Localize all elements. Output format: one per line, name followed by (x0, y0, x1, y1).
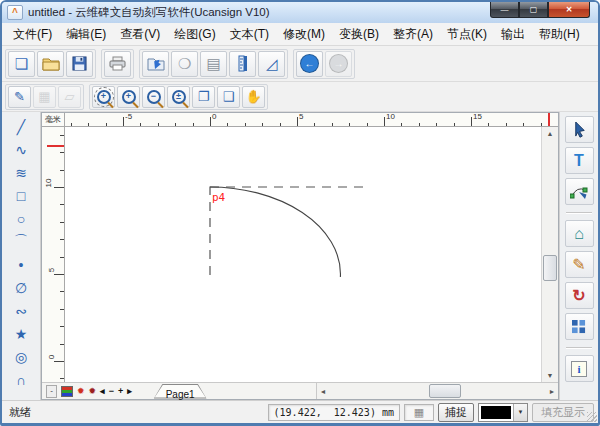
zoom-in-icon: + (122, 90, 136, 104)
v-ruler-label: 0 (48, 355, 56, 359)
nav-plus-button[interactable]: + (118, 387, 123, 396)
document-area: 毫米 -505101520 0510 p1p2p3p4 ▲ ▼ - ✹✹◂−+▸… (41, 112, 559, 400)
spline-tool-button[interactable]: ∾ (8, 300, 34, 322)
import-button[interactable] (142, 51, 169, 77)
nav-right-button[interactable]: ▸ (127, 387, 132, 396)
menu-item-node[interactable]: 节点(K) (440, 23, 494, 46)
zoom-in-button[interactable]: + (117, 86, 140, 108)
title-bar[interactable]: ^ untitled - 云维碑文自动刻写软件(Ucansign V10) — … (2, 2, 598, 23)
h-ruler-tick (367, 123, 368, 126)
scroll-down-icon[interactable]: ▼ (542, 369, 558, 382)
scroll-right-icon[interactable]: ► (546, 383, 558, 399)
zoom-out-button[interactable]: − (142, 86, 165, 108)
layers-icon[interactable] (61, 386, 73, 397)
ellipse-tool-button[interactable]: ○ (8, 208, 34, 230)
page-tab[interactable]: Page1 (144, 384, 217, 399)
zoom-dynamic-button[interactable]: ± (167, 86, 190, 108)
solid-shape-button[interactable]: ⌂ (565, 220, 594, 247)
rectangle-tool-button[interactable]: □ (8, 185, 34, 207)
node-edit-button[interactable] (565, 178, 594, 205)
zoom-all-button[interactable]: ❑ (217, 86, 240, 108)
resize-grip[interactable] (587, 412, 597, 422)
toolbar-zoom: ✎▦▱++−±❐❑✋ (2, 82, 598, 112)
main-area: ╱∿≋□○⌒•∅∾★◎∩ 毫米 -505101520 0510 p1p2p3p4… (2, 112, 598, 400)
menu-item-transform[interactable]: 变换(B) (332, 23, 386, 46)
v-ruler-tick (54, 361, 64, 362)
vertical-scroll-thumb[interactable] (543, 255, 557, 281)
menu-item-view[interactable]: 查看(V) (113, 23, 167, 46)
window-title: untitled - 云维碑文自动刻写软件(Ucansign V10) (28, 5, 270, 20)
splitter-button[interactable]: - (46, 385, 57, 398)
menu-item-align[interactable]: 整齐(A) (386, 23, 440, 46)
info-button[interactable]: i (565, 355, 594, 382)
canvas[interactable]: p1p2p3p4 (65, 127, 541, 382)
rotate-copy-button[interactable]: ↻ (565, 282, 594, 309)
name-plate-button[interactable]: ▤ (200, 51, 227, 77)
select-button[interactable] (565, 116, 594, 143)
undo-back-button[interactable]: ← (296, 51, 323, 77)
drawing-surface: p1p2p3p4 (65, 127, 365, 277)
scroll-up-icon[interactable]: ▲ (542, 127, 558, 140)
toolbar-divider (566, 347, 592, 348)
scroll-left-icon[interactable]: ◄ (317, 383, 329, 399)
new-file-icon: ❏ (15, 56, 28, 71)
menu-item-draw[interactable]: 绘图(G) (167, 23, 222, 46)
name-plate-icon: ▤ (206, 56, 220, 71)
menu-item-edit[interactable]: 编辑(E) (59, 23, 113, 46)
page-tab-strip: - ✹✹◂−+▸Page1 (42, 383, 317, 399)
menu-item-help[interactable]: 帮助(H) (532, 23, 587, 46)
nav-left-button[interactable]: ◂ (100, 387, 105, 396)
maximize-button[interactable]: ▢ (519, 2, 548, 18)
print-icon (109, 56, 126, 71)
curve-tool-button[interactable]: ∿ (8, 139, 34, 161)
toolbar-main: ❏❍▤◿←→ (2, 46, 598, 82)
zoom-window-button[interactable]: + (92, 86, 115, 108)
minimize-button[interactable]: — (490, 2, 519, 18)
sign-check-pen-button[interactable]: ✎ (8, 86, 31, 108)
pan-hand-icon: ✋ (245, 90, 261, 103)
print-button[interactable] (104, 51, 131, 77)
sign-check-pen-icon: ✎ (14, 90, 25, 103)
nav-minus-button[interactable]: − (109, 387, 114, 396)
menu-item-text[interactable]: 文本(T) (223, 23, 276, 46)
multi-curve-tool-icon: ≋ (15, 165, 27, 181)
zoom-page-button[interactable]: ❐ (192, 86, 215, 108)
arc-tool-button[interactable]: ⌒ (8, 231, 34, 253)
pan-hand-button[interactable]: ✋ (242, 86, 265, 108)
menu-item-modify[interactable]: 修改(M) (276, 23, 332, 46)
menu-item-file[interactable]: 文件(F) (6, 23, 59, 46)
preview-balloon-button[interactable]: ❍ (171, 51, 198, 77)
text-insert-button[interactable]: T (565, 147, 594, 174)
line-tool-button[interactable]: ╱ (8, 116, 34, 138)
measure-ruler-button[interactable] (229, 51, 256, 77)
menu-item-output[interactable]: 输出 (494, 23, 532, 46)
v-ruler-label: 10 (46, 179, 54, 188)
grid-toggle[interactable]: ▦ (404, 404, 434, 421)
vertical-scrollbar[interactable]: ▲ ▼ (541, 127, 558, 382)
color-dropdown-button[interactable]: ▼ (513, 404, 527, 421)
close-button[interactable]: ✕ (548, 2, 590, 18)
color-edit-pen-button[interactable]: ✎ (565, 251, 594, 278)
star-tool-button[interactable]: ★ (8, 323, 34, 345)
text-grid-icon: ▦ (38, 90, 50, 103)
spiral-tool-button[interactable]: ◎ (8, 346, 34, 368)
save-file-button[interactable] (66, 51, 93, 77)
info-icon: i (571, 361, 587, 377)
tile-squares-button[interactable] (565, 313, 594, 340)
point-tool-button[interactable]: • (8, 254, 34, 276)
multi-curve-tool-button[interactable]: ≋ (8, 162, 34, 184)
star-red-icon[interactable]: ✹ (77, 387, 85, 396)
redo-forward-icon: → (329, 54, 348, 73)
oblique-ellipse-tool-button[interactable]: ∅ (8, 277, 34, 299)
v-ruler-tick (60, 257, 64, 258)
snap-button[interactable]: 捕捉 (438, 403, 474, 422)
horizontal-scrollbar[interactable]: ◄ ► (317, 383, 558, 399)
star-dark-icon[interactable]: ✹ (89, 387, 97, 396)
node-curve-tool-button[interactable]: ∩ (8, 369, 34, 391)
open-file-button[interactable] (37, 51, 64, 77)
horizontal-scroll-thumb[interactable] (429, 384, 461, 398)
status-ready-text: 就绪 (6, 405, 264, 420)
new-file-button[interactable]: ❏ (8, 51, 35, 77)
protractor-button[interactable]: ◿ (258, 51, 285, 77)
color-combo[interactable]: ▼ (478, 403, 528, 422)
